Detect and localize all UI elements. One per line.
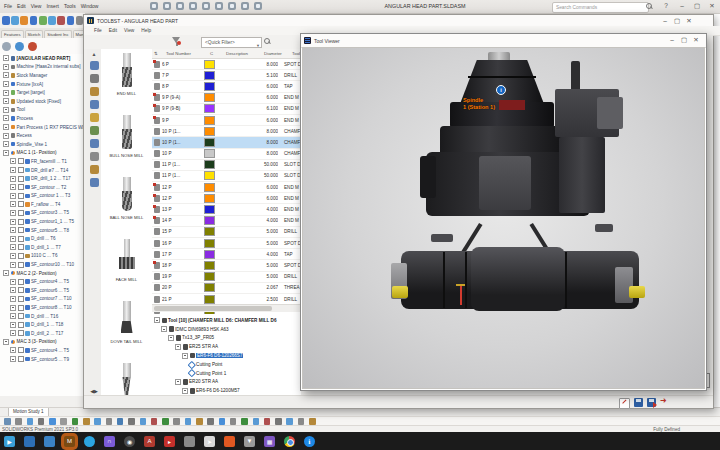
checkbox[interactable]: [18, 296, 24, 302]
feature-tree-item[interactable]: D_drill_1 ... T18: [0, 320, 83, 329]
app-teal-icon[interactable]: [44, 436, 55, 447]
column-header[interactable]: Diameter: [262, 51, 290, 56]
feature-tree-item[interactable]: F_raflow ... T4: [0, 200, 83, 209]
cam-op-icon-25[interactable]: [286, 418, 293, 425]
headset-app-icon[interactable]: ∩: [104, 436, 115, 447]
dialog-maximize-button[interactable]: ▢: [671, 15, 683, 26]
checkbox[interactable]: [18, 305, 24, 311]
checkbox[interactable]: [18, 158, 24, 164]
expand-icon[interactable]: [3, 90, 9, 96]
table-row[interactable]: 17 P4.000TAP: [152, 249, 301, 260]
expand-icon[interactable]: [3, 55, 9, 61]
feature-tree-item[interactable]: DR_drill_1 2 ... T17: [0, 174, 83, 183]
feature-tree-item[interactable]: D_drill_1 ... T7: [0, 243, 83, 252]
category-icon-1[interactable]: [90, 74, 99, 83]
cam-op-icon-21[interactable]: [241, 418, 248, 425]
dialog-menu-help[interactable]: Help: [141, 28, 151, 33]
cam-op-icon-26[interactable]: [298, 418, 305, 425]
column-header[interactable]: ⇅: [152, 51, 164, 56]
feature-tree-item[interactable]: Machine [Haas2x internal subs]: [0, 63, 83, 72]
tool-search-icon[interactable]: [264, 38, 271, 45]
cam-op-icon-23[interactable]: [264, 418, 271, 425]
table-row[interactable]: 16 P5.000SPOT D: [152, 238, 301, 249]
tool-tree-node[interactable]: ER20 STR AA: [152, 378, 301, 387]
column-header[interactable]: Description: [224, 51, 262, 56]
horizontal-scrollbar[interactable]: [152, 304, 301, 312]
table-row[interactable]: 18 P5.000SPOT D: [152, 260, 301, 271]
expand-icon[interactable]: [182, 353, 188, 359]
cam-op-icon-18[interactable]: [207, 418, 214, 425]
table-row[interactable]: 13 P4.000END M: [152, 204, 301, 215]
info-icon[interactable]: i: [496, 85, 506, 95]
category-icon-0[interactable]: [90, 61, 99, 70]
feature-tree-item[interactable]: Target [target]: [0, 88, 83, 97]
tool-tree-node[interactable]: ER6-F6 D6-1200M57: [152, 386, 301, 395]
feature-tree-item[interactable]: D_drill ... T16: [0, 312, 83, 321]
feature-tree-item[interactable]: SF_contour3 ... T5: [0, 209, 83, 218]
expand-icon[interactable]: [3, 133, 9, 139]
purple-grid-icon[interactable]: ▦: [264, 436, 275, 447]
viewer-minimize-button[interactable]: –: [666, 34, 678, 45]
home-icon[interactable]: [150, 2, 158, 10]
dialog-menu-file[interactable]: File: [94, 28, 102, 33]
cam-op-icon-15[interactable]: [173, 418, 180, 425]
table-row[interactable]: 9 P (9-B)6.100END M: [152, 104, 301, 115]
table-row[interactable]: 9 P (9-A)6.000END M: [152, 93, 301, 104]
tool-tree-node[interactable]: IDMC DIN69893 HSK A63: [152, 325, 301, 334]
viewer-maximize-button[interactable]: ▢: [678, 34, 690, 45]
tab-features[interactable]: Features: [1, 30, 24, 38]
table-row[interactable]: 6 P8.000SPOT D: [152, 59, 301, 70]
dialog-menu-edit[interactable]: Edit: [109, 28, 117, 33]
menu-insert[interactable]: Insert: [46, 3, 59, 9]
expand-icon[interactable]: [10, 330, 16, 336]
expand-icon[interactable]: [10, 347, 16, 353]
feature-tree-item[interactable]: MAC 2 (2- Position): [0, 269, 83, 278]
expand-icon[interactable]: [10, 244, 16, 250]
cam-app-icon[interactable]: M: [64, 436, 75, 447]
help-button[interactable]: ?: [660, 0, 672, 11]
category-icon-9[interactable]: [90, 178, 99, 187]
strip-nav-buttons[interactable]: ◀▶: [87, 388, 101, 394]
checkbox[interactable]: [18, 219, 24, 225]
expand-icon[interactable]: [10, 176, 16, 182]
expand-icon[interactable]: [10, 184, 16, 190]
options-icon[interactable]: [241, 2, 249, 10]
chrome-icon[interactable]: [284, 436, 295, 447]
undo-icon[interactable]: [202, 2, 210, 10]
checkbox[interactable]: [18, 244, 24, 250]
cm-toolbar-icon-2[interactable]: [20, 16, 28, 25]
checkbox[interactable]: [18, 167, 24, 173]
feature-tree-item[interactable]: Tool: [0, 106, 83, 115]
view-sphere-icon[interactable]: [15, 42, 24, 51]
flame-app-icon[interactable]: [224, 436, 235, 447]
feature-tree-item[interactable]: Part Process (1 RX7 PRECIS WLS - WLB0: [0, 123, 83, 132]
expand-icon[interactable]: [10, 219, 16, 225]
restore-button[interactable]: ▢: [691, 0, 703, 11]
expand-icon[interactable]: [3, 81, 9, 87]
checkbox[interactable]: [18, 356, 24, 362]
cam-op-icon-11[interactable]: [128, 418, 135, 425]
dialog-close-button[interactable]: ✕: [683, 15, 695, 26]
table-row[interactable]: 10 P8.000CHAMF: [152, 149, 301, 160]
cam-op-icon-19[interactable]: [219, 418, 226, 425]
tool-tree-node[interactable]: Cutting Point: [152, 360, 301, 369]
print-icon[interactable]: [189, 2, 197, 10]
cam-op-icon-9[interactable]: [106, 418, 113, 425]
app-blue-icon[interactable]: [24, 436, 35, 447]
feature-tree-item[interactable]: 1010 C ... T6: [0, 252, 83, 261]
expand-icon[interactable]: [3, 141, 9, 147]
feature-tree-item[interactable]: SF_contour1_1 ... T5: [0, 217, 83, 226]
feature-tree-item[interactable]: Fixture [lxxA]: [0, 80, 83, 89]
expand-icon[interactable]: [10, 210, 16, 216]
tool-tree-node[interactable]: Tool [10] (CHAMFER MILL D6: CHAMFER MILL…: [152, 316, 301, 325]
feature-tree-item[interactable]: SF_contour4 ... T5: [0, 277, 83, 286]
dialog-menu-view[interactable]: View: [124, 28, 134, 33]
table-row[interactable]: 12 P6.000END M: [152, 182, 301, 193]
checkbox[interactable]: [18, 279, 24, 285]
edit-tool-icon[interactable]: [619, 398, 630, 409]
dialog-minimize-button[interactable]: –: [659, 15, 671, 26]
search-input[interactable]: Search Commands: [552, 2, 649, 13]
cm-toolbar-icon-3[interactable]: [30, 16, 38, 25]
feature-tree-item[interactable]: SF_contour8 ... T10: [0, 303, 83, 312]
table-row[interactable]: 19 P5.000DRILL: [152, 272, 301, 283]
